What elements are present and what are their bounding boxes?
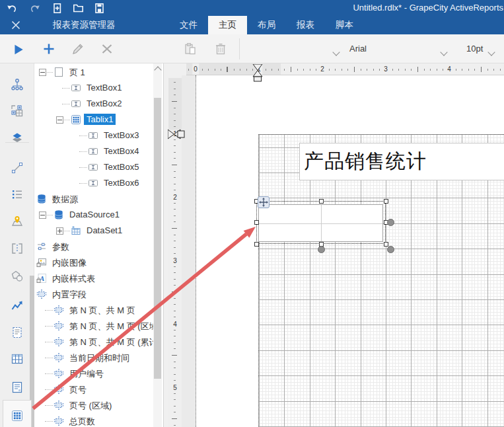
toolbox-item-list[interactable]: [7, 184, 28, 205]
tree-item-label: 内置字段: [50, 288, 89, 301]
remove-icon[interactable]: [100, 42, 114, 56]
toolbox-item-document-outline[interactable]: [7, 74, 28, 95]
tree-item-label: DataSet1: [84, 225, 125, 236]
toolbox-item-table[interactable]: [7, 348, 28, 369]
font-name-chevron-icon[interactable]: [441, 46, 447, 58]
report-title-text: 产品销售统计: [300, 148, 427, 175]
redo-icon[interactable]: [29, 3, 40, 14]
toolbox-item-sparkline[interactable]: [7, 295, 28, 317]
toolbox-item-tablix[interactable]: [3, 400, 32, 427]
tablix-row-divider[interactable]: [259, 223, 382, 224]
collapse-icon[interactable]: [39, 212, 46, 219]
toolbox-item-columns[interactable]: [7, 238, 28, 259]
tree-item-第-N-页、共-M-页[interactable]: 第 N 页、共 M 页: [34, 302, 163, 318]
tab-主页[interactable]: 主页: [208, 16, 247, 34]
tree-connector: [79, 183, 87, 184]
resize-handle-se[interactable]: [384, 242, 388, 247]
paste-icon[interactable]: [184, 42, 197, 56]
stylesheet-icon: A: [36, 273, 47, 284]
tree-scrollbar[interactable]: [153, 63, 162, 427]
report-title-textbox[interactable]: 产品销售统计: [299, 143, 504, 180]
tree-item-内嵌图像[interactable]: 内嵌图像: [34, 254, 163, 270]
preview-play-icon[interactable]: [12, 43, 25, 56]
font-size-select[interactable]: 10pt: [466, 34, 483, 63]
scroll-up-icon[interactable]: [154, 66, 161, 73]
toolbox-item-richtext[interactable]: [7, 377, 28, 398]
tree-item-页号[interactable]: 页号: [34, 381, 163, 397]
tree-item-TextBox5[interactable]: TextBox5: [34, 159, 163, 175]
tablix-element[interactable]: [258, 204, 383, 242]
tree-item-总页数[interactable]: 总页数: [34, 413, 163, 427]
toolbox-item-layers[interactable]: [7, 127, 28, 148]
panel-header: 报表资源管理器: [53, 16, 116, 34]
vruler-number: 3: [168, 257, 182, 264]
collapse-icon[interactable]: [39, 69, 46, 76]
new-report-icon[interactable]: [52, 3, 63, 14]
tree-item-DataSet1[interactable]: DataSet1: [34, 223, 163, 239]
tree-connector: [79, 151, 87, 152]
textbox-icon: [71, 98, 81, 109]
tree-item-TextBox4[interactable]: TextBox4: [34, 143, 163, 159]
tab-文件[interactable]: 文件: [169, 16, 208, 34]
toolbox-item-subreport[interactable]: [7, 322, 28, 343]
tree-item-label: 页号 (区域): [67, 399, 114, 412]
tree-item-内置字段[interactable]: 内置字段: [34, 286, 163, 302]
open-icon[interactable]: [73, 3, 84, 14]
tree-connector: [62, 88, 70, 89]
tree-item-当前日期和时间[interactable]: 当前日期和时间: [34, 350, 163, 366]
toolbox-item-map[interactable]: [7, 210, 28, 231]
margin-marker-vertical[interactable]: [168, 129, 185, 139]
add-icon[interactable]: [42, 42, 55, 56]
tree-item-第-N-页、共-M-页-(区域)[interactable]: 第 N 页、共 M 页 (区域): [34, 318, 163, 334]
tree-connector: [45, 326, 53, 327]
design-surface[interactable]: 产品销售统计: [182, 75, 504, 427]
tree-item-参数[interactable]: 参数: [34, 239, 163, 254]
row-adorner-handle[interactable]: [387, 219, 394, 226]
toolbox-item-line[interactable]: [7, 157, 28, 178]
close-panel-icon[interactable]: [11, 20, 21, 30]
tree-item-DataSource1[interactable]: DataSource1: [34, 207, 163, 223]
tree-item-内嵌样式表[interactable]: A内嵌样式表: [34, 270, 163, 286]
tree-scrollbar-thumb[interactable]: [154, 98, 161, 379]
font-size-chevron-icon[interactable]: [489, 46, 494, 58]
font-name-select[interactable]: Arial: [349, 34, 367, 63]
tab-布局[interactable]: 布局: [247, 16, 286, 34]
style-dropdown-chevron-icon[interactable]: [334, 46, 339, 58]
tree-item-第-N-页、共-M-页-(累计)[interactable]: 第 N 页、共 M 页 (累计): [34, 334, 163, 350]
tab-脚本[interactable]: 脚本: [325, 16, 364, 34]
tree-item-数据源[interactable]: 数据源: [34, 191, 163, 207]
tree-item-Tablix1[interactable]: Tablix1: [34, 112, 163, 128]
save-icon[interactable]: [94, 3, 105, 14]
dataset-icon: [71, 225, 81, 236]
tree-item-label: 内嵌图像: [50, 256, 89, 270]
field-icon: [54, 368, 64, 379]
collapse-icon[interactable]: [56, 116, 63, 124]
toolbox-item-shapes[interactable]: [7, 266, 28, 287]
tree-item-TextBox6[interactable]: TextBox6: [34, 175, 163, 191]
ribbon-toolbar: Arial 10pt: [0, 34, 504, 63]
tree-item-TextBox1[interactable]: TextBox1: [34, 80, 163, 96]
resize-handle-n[interactable]: [319, 199, 324, 204]
tree-item-TextBox3[interactable]: TextBox3: [34, 128, 163, 143]
expand-icon[interactable]: [56, 227, 63, 235]
ribbon-tabs: 文件主页布局报表脚本: [169, 16, 364, 34]
tablix-move-handle[interactable]: [258, 196, 270, 208]
textbox-icon: [88, 162, 98, 173]
margin-marker-horizontal[interactable]: [252, 64, 263, 82]
tablix-icon: [71, 114, 81, 125]
tree-item-用户编号[interactable]: 用户编号: [34, 366, 163, 381]
tree-connector: [79, 167, 87, 168]
toolbox-item-nested-region[interactable]: [7, 100, 28, 122]
tab-报表[interactable]: 报表: [286, 16, 325, 34]
tree-item-页-1[interactable]: 页 1: [34, 64, 163, 80]
delete-icon[interactable]: [214, 42, 227, 56]
corner-adorner-handle[interactable]: [387, 246, 394, 253]
column-adorner-handle[interactable]: [318, 246, 325, 253]
edit-icon[interactable]: [71, 42, 85, 56]
undo-icon[interactable]: [7, 3, 18, 14]
resize-handle-sw[interactable]: [254, 242, 259, 247]
tree-item-TextBox2[interactable]: TextBox2: [34, 96, 163, 112]
resize-handle-ne[interactable]: [384, 199, 388, 204]
tree-item-页号-(区域)[interactable]: 页号 (区域): [34, 397, 163, 413]
resize-handle-w[interactable]: [254, 220, 259, 225]
